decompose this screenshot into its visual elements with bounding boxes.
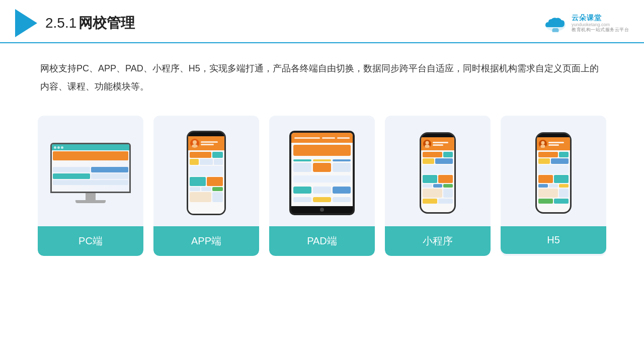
page-title: 2.5.1网校管理 [45,14,135,33]
pad-tablet-icon [289,131,355,215]
h5-image-area [501,116,606,226]
logo-area: 云朵课堂 yunduoketang.com 教育机构一站式服务云平台 [542,14,629,33]
miniprogram-card: 小程序 [385,116,491,256]
svg-point-4 [425,145,430,148]
app-image-area [153,116,259,226]
miniprogram-label: 小程序 [385,226,491,256]
miniprogram-phone-icon [420,132,456,214]
logo-text: 云朵课堂 yunduoketang.com 教育机构一站式服务云平台 [572,14,629,33]
svg-point-3 [426,141,429,145]
h5-label: H5 [501,226,606,254]
app-card: APP端 [153,116,259,256]
pc-card: PC端 [38,116,143,256]
pad-card: PAD端 [269,116,375,256]
svg-point-2 [192,144,198,148]
svg-point-5 [541,141,545,145]
pc-monitor-icon [50,143,131,203]
app-label: APP端 [153,226,259,256]
play-icon [15,9,37,37]
pc-label: PC端 [38,226,143,256]
cloud-logo-icon [542,14,569,32]
header-left: 2.5.1网校管理 [15,9,135,37]
svg-point-6 [540,145,545,148]
pad-label: PAD端 [269,226,375,256]
pad-image-area [269,116,375,226]
miniprogram-image-area [385,116,491,226]
page-header: 2.5.1网校管理 云朵课堂 yunduoketang.com 教育机构一站式服… [0,0,644,43]
h5-card: H5 [501,116,606,256]
description-text: 网校支持PC、APP、PAD、小程序、H5，实现多端打通，产品各终端自由切换，数… [0,43,644,106]
svg-point-1 [193,140,197,144]
device-cards: PC端 [0,106,644,271]
pc-image-area [38,116,143,226]
app-phone-icon [187,131,226,215]
h5-phone-icon [535,132,572,214]
